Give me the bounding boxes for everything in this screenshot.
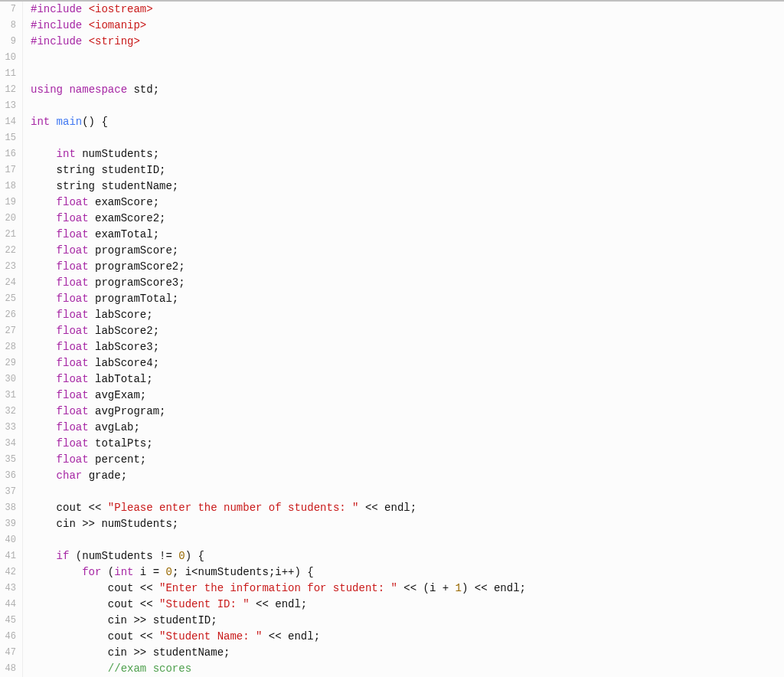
line-number: 35 <box>0 452 16 468</box>
line-number: 43 <box>0 581 16 597</box>
code-line: cin >> studentName; <box>31 645 784 661</box>
code-area[interactable]: #include <iostream>#include <iomanip>#in… <box>23 2 784 677</box>
line-number: 38 <box>0 500 16 516</box>
code-line <box>31 66 784 82</box>
line-number: 15 <box>0 130 16 146</box>
line-number: 12 <box>0 82 16 98</box>
line-number: 34 <box>0 436 16 452</box>
code-line: #include <iostream> <box>31 2 784 18</box>
code-line: float programTotal; <box>31 291 784 307</box>
line-number: 17 <box>0 162 16 178</box>
line-number: 48 <box>0 661 16 677</box>
code-line: float programScore2; <box>31 259 784 275</box>
code-line: cout << "Student Name: " << endl; <box>31 629 784 645</box>
code-line: float labTotal; <box>31 371 784 388</box>
code-line: cout << "Student ID: " << endl; <box>31 597 784 613</box>
line-number: 46 <box>0 629 16 645</box>
code-line: float programScore; <box>31 243 784 259</box>
code-line <box>31 130 784 146</box>
line-number: 33 <box>0 420 16 436</box>
line-number: 31 <box>0 388 16 404</box>
line-number: 28 <box>0 339 16 355</box>
code-line: using namespace std; <box>31 82 784 98</box>
line-number: 47 <box>0 645 16 661</box>
line-number: 36 <box>0 468 16 484</box>
code-editor: 7891011121314151617181920212223242526272… <box>0 2 784 677</box>
line-number: 20 <box>0 211 16 227</box>
line-number: 22 <box>0 243 16 259</box>
line-number: 40 <box>0 532 16 548</box>
line-number: 39 <box>0 516 16 532</box>
code-line: float labScore2; <box>31 323 784 339</box>
code-line: cout << "Please enter the number of stud… <box>31 500 784 516</box>
line-number: 24 <box>0 275 16 291</box>
code-line: float labScore4; <box>31 355 784 371</box>
line-number: 44 <box>0 597 16 613</box>
code-line: cin >> numStudents; <box>31 516 784 532</box>
line-number: 25 <box>0 291 16 307</box>
code-line: int main() { <box>31 114 784 130</box>
code-line: float labScore; <box>31 307 784 323</box>
line-number: 13 <box>0 98 16 114</box>
line-number: 32 <box>0 404 16 420</box>
line-number: 45 <box>0 613 16 629</box>
line-number: 29 <box>0 355 16 371</box>
line-number: 41 <box>0 548 16 564</box>
line-number: 21 <box>0 227 16 243</box>
line-number: 9 <box>0 34 16 50</box>
line-number: 27 <box>0 323 16 339</box>
line-number: 19 <box>0 195 16 211</box>
code-line <box>31 532 784 548</box>
code-line: if (numStudents != 0) { <box>31 548 784 564</box>
code-line: float examScore; <box>31 195 784 211</box>
code-line: char grade; <box>31 468 784 484</box>
code-line: float programScore3; <box>31 275 784 291</box>
line-number: 11 <box>0 66 16 82</box>
code-line: //exam scores <box>31 661 784 677</box>
code-line: float avgExam; <box>31 388 784 404</box>
line-number: 42 <box>0 564 16 581</box>
code-line: string studentID; <box>31 162 784 178</box>
code-line: cout << "Enter the information for stude… <box>31 581 784 597</box>
line-number: 8 <box>0 18 16 34</box>
code-line: float totalPts; <box>31 436 784 452</box>
code-line: float percent; <box>31 452 784 468</box>
line-number: 10 <box>0 50 16 66</box>
code-line <box>31 484 784 500</box>
code-line: float avgProgram; <box>31 404 784 420</box>
code-line: float labScore3; <box>31 339 784 355</box>
line-number: 16 <box>0 146 16 162</box>
line-number: 26 <box>0 307 16 323</box>
code-line: cin >> studentID; <box>31 613 784 629</box>
code-line: float examTotal; <box>31 227 784 243</box>
code-line <box>31 50 784 66</box>
line-number: 7 <box>0 2 16 18</box>
line-number: 37 <box>0 484 16 500</box>
code-line: int numStudents; <box>31 146 784 162</box>
line-number: 30 <box>0 371 16 388</box>
line-number: 23 <box>0 259 16 275</box>
code-line: float examScore2; <box>31 211 784 227</box>
code-line: float avgLab; <box>31 420 784 436</box>
line-number-gutter: 7891011121314151617181920212223242526272… <box>0 2 23 677</box>
code-line: for (int i = 0; i<numStudents;i++) { <box>31 564 784 581</box>
code-line: string studentName; <box>31 178 784 195</box>
line-number: 18 <box>0 178 16 195</box>
line-number: 14 <box>0 114 16 130</box>
code-line: #include <iomanip> <box>31 18 784 34</box>
code-line <box>31 98 784 114</box>
code-line: #include <string> <box>31 34 784 50</box>
